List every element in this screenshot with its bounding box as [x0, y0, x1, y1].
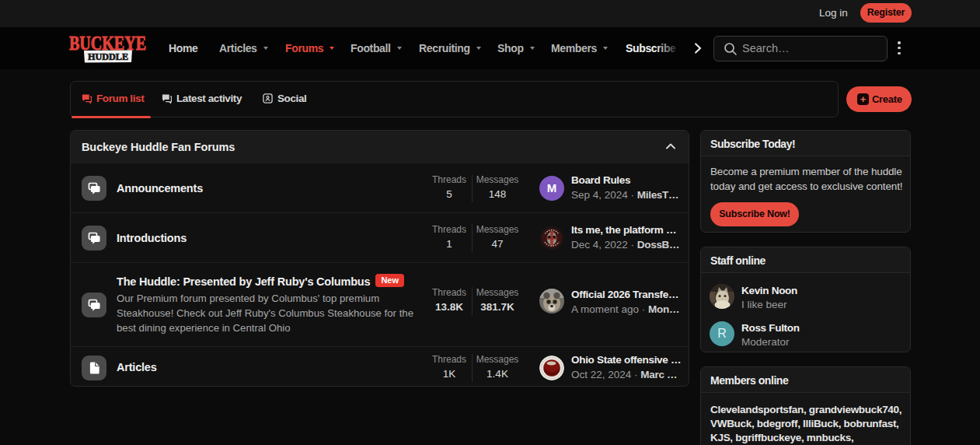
svg-text:HUDDLE: HUDDLE	[88, 51, 128, 62]
